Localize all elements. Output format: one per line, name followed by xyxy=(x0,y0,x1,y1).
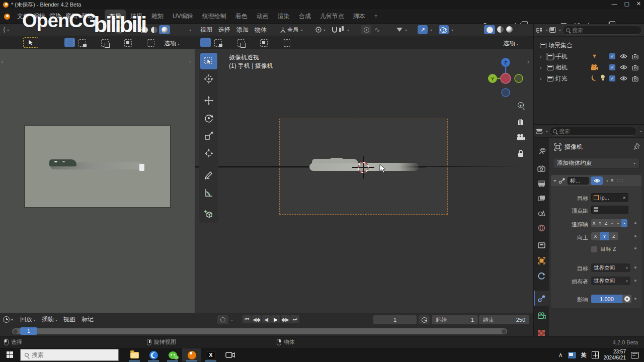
workspace-tab-sculpt[interactable]: 雕刻 xyxy=(147,10,168,24)
ime-pinyin-icon[interactable] xyxy=(592,351,599,358)
workspace-tab-modeling[interactable]: 建模 xyxy=(126,10,147,24)
workspace-tab-layout[interactable]: 布局 xyxy=(105,10,126,24)
display-mode-dropdown-icon[interactable] xyxy=(546,30,548,32)
display-mode-icon[interactable] xyxy=(536,27,543,33)
gizmo-toggle-icon[interactable] xyxy=(115,26,124,34)
up-axis-buttons[interactable]: X Y Z xyxy=(591,232,618,240)
workspace-tab-compositing[interactable]: 合成 xyxy=(294,10,315,24)
frame-start-field[interactable]: 起始1 xyxy=(432,315,478,324)
current-frame-field[interactable]: 1 xyxy=(373,315,417,324)
workspace-tab-scripting[interactable]: 脚本 xyxy=(349,10,370,24)
select-mode-paint[interactable] xyxy=(147,39,154,47)
filter-dropdown-icon[interactable] xyxy=(559,30,561,32)
gizmo-y-neg[interactable] xyxy=(515,74,523,82)
workspace-tab-uv[interactable]: UV编辑 xyxy=(168,10,198,24)
render-visibility-icon[interactable] xyxy=(632,76,638,81)
tool-scale[interactable] xyxy=(200,127,217,144)
tool-measure[interactable] xyxy=(200,184,217,201)
active-tool-icon[interactable] xyxy=(23,37,38,48)
editor-type-dropdown-icon[interactable] xyxy=(546,131,548,133)
influence-slider[interactable]: 1.000 xyxy=(591,295,622,303)
hide-eye-icon[interactable] xyxy=(620,65,627,70)
blender-app-icon[interactable] xyxy=(182,348,201,361)
shading-material-icon[interactable] xyxy=(497,26,504,33)
gizmo-dropdown-icon[interactable] xyxy=(430,30,432,32)
show-gizmo-icon[interactable]: ↗ xyxy=(418,25,428,34)
workspace-tab-shading[interactable]: 着色 xyxy=(231,10,252,24)
navigation-gizmo[interactable]: Z Y xyxy=(486,53,526,100)
sidebar-collapse-icon[interactable]: ‹ xyxy=(189,58,191,65)
taskbar-search[interactable] xyxy=(20,349,119,361)
up-z[interactable]: Z xyxy=(609,232,618,240)
pivot-point[interactable] xyxy=(315,24,326,36)
overlays-dropdown-icon[interactable] xyxy=(451,30,453,32)
select-mode-paint[interactable] xyxy=(283,39,290,47)
show-overlays-icon[interactable] xyxy=(439,25,449,34)
track-neg-y[interactable]: - xyxy=(615,219,621,227)
workspace-tab-animation[interactable]: 动画 xyxy=(252,10,273,24)
delete-constraint-icon[interactable]: × xyxy=(610,177,614,184)
hide-eye-icon[interactable] xyxy=(620,76,627,81)
tab-constraints[interactable] xyxy=(534,291,549,306)
shading-material-icon[interactable] xyxy=(151,27,157,33)
render-visibility-icon[interactable] xyxy=(632,54,638,59)
proportional-edit-icon[interactable] xyxy=(361,25,371,34)
playback-menu[interactable]: 回放 xyxy=(17,315,39,324)
add-constraint-button[interactable]: 添加物体约束 xyxy=(553,158,639,168)
drag-handle-icon[interactable]: :::: xyxy=(617,178,624,183)
tab-scene[interactable] xyxy=(534,206,549,219)
auto-key-dropdown-icon[interactable] xyxy=(231,320,233,322)
gizmo-z-neg[interactable] xyxy=(502,88,510,97)
jump-to-start-button[interactable]: ⏮ xyxy=(243,315,252,323)
expand-icon[interactable]: › xyxy=(540,53,545,59)
marker-menu[interactable]: 标记 xyxy=(78,315,97,324)
outliner-row-camera[interactable]: › 相机 ✓ xyxy=(534,62,644,73)
menu-render[interactable]: 渲染 xyxy=(47,12,63,21)
notification-icon[interactable] xyxy=(631,352,639,358)
tray-clock[interactable]: 23:57 2024/6/21 xyxy=(604,349,626,361)
prev-keyframe-button[interactable]: ◀◆ xyxy=(252,315,261,323)
target-z-checkbox[interactable] xyxy=(591,246,597,252)
editor-type-dropdown-icon[interactable] xyxy=(7,30,9,32)
next-keyframe-button[interactable]: ◆▶ xyxy=(281,315,290,323)
tab-object-data[interactable] xyxy=(534,309,549,322)
timeline-editor-icon[interactable] xyxy=(3,316,10,323)
tool-rotate[interactable] xyxy=(200,110,217,126)
shading-solid-active[interactable] xyxy=(484,25,495,34)
tab-render[interactable] xyxy=(534,162,549,175)
timeline-ruler[interactable]: 20 40 60 80 100 120 140 160 180 200 220 … xyxy=(0,326,533,336)
pin-icon[interactable] xyxy=(633,143,640,150)
tool-transform[interactable] xyxy=(200,145,217,161)
track-y[interactable]: Y xyxy=(597,219,603,227)
collapse-icon[interactable] xyxy=(553,180,556,184)
gizmo-x-axis[interactable] xyxy=(501,73,511,83)
minimize-button[interactable]: — xyxy=(611,1,617,7)
screen-recorder-icon[interactable] xyxy=(220,348,239,361)
tab-world[interactable] xyxy=(534,221,549,234)
select-mode-box[interactable] xyxy=(214,39,222,47)
tab-physics[interactable] xyxy=(534,269,549,283)
snap-target-icon[interactable] xyxy=(339,28,344,32)
frame-end-field[interactable]: 结束250 xyxy=(479,315,529,324)
file-explorer-icon[interactable] xyxy=(125,348,144,361)
tab-object[interactable] xyxy=(534,254,549,267)
snap-toggle-icon[interactable] xyxy=(332,27,337,33)
tray-expand-icon[interactable]: ∧ xyxy=(558,351,563,358)
keying-menu[interactable]: 插帧 xyxy=(39,315,60,324)
select-mode-lasso[interactable] xyxy=(260,39,268,47)
track-neg-x[interactable]: - xyxy=(609,219,615,227)
start-button[interactable] xyxy=(0,348,20,361)
exclude-checkbox[interactable]: ✓ xyxy=(609,64,615,70)
hide-eye-icon[interactable] xyxy=(620,54,627,59)
tool-move[interactable] xyxy=(200,92,217,109)
lock-icon[interactable] xyxy=(514,147,527,160)
tab-tool[interactable] xyxy=(534,145,549,158)
select-menu[interactable]: 选择 xyxy=(215,26,233,34)
main-viewport[interactable]: 摄像机透视 (1) 手机 | 摄像机 Z Y + ‹ xyxy=(195,49,533,313)
outliner-row-phone[interactable]: › 手机 ▼ ✓ xyxy=(534,51,644,62)
influence-reset-icon[interactable]: × xyxy=(622,295,631,303)
shading-solid-icon[interactable] xyxy=(141,27,148,33)
play-button[interactable]: ▶ xyxy=(271,315,280,323)
auto-key-record-icon[interactable] xyxy=(217,315,228,324)
target-space-dropdown[interactable]: 世界空间 xyxy=(591,263,630,272)
